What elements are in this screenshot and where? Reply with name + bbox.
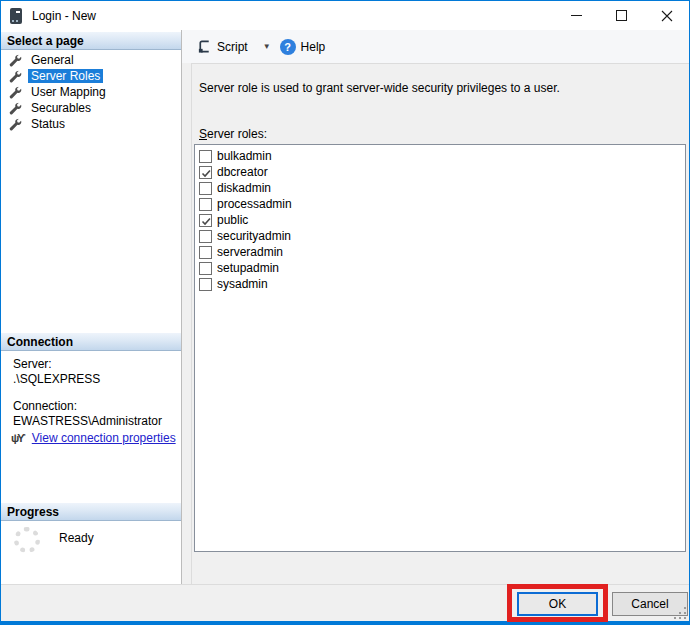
check-icon <box>200 167 213 180</box>
sidebar-item-label: Status <box>28 117 68 131</box>
role-row-setupadmin[interactable]: setupadmin <box>199 260 685 276</box>
server-roles-page: Server role is used to grant server-wide… <box>191 63 689 584</box>
connection-server: Server: .\SQLEXPRESS <box>13 357 179 386</box>
connection-value: EWASTRESS\Administrator <box>13 414 179 428</box>
help-button-label: Help <box>301 40 326 54</box>
role-label: bulkadmin <box>217 149 272 163</box>
checkbox[interactable] <box>199 150 212 163</box>
close-icon <box>661 10 673 22</box>
sidebar-item-status[interactable]: Status <box>1 116 181 132</box>
progress-header: Progress <box>1 503 181 521</box>
window-title: Login - New <box>32 9 96 23</box>
ok-button[interactable]: OK <box>517 592 598 616</box>
wrench-icon <box>9 102 22 115</box>
server-roles-label: Server roles: <box>199 127 267 141</box>
role-row-serveradmin[interactable]: serveradmin <box>199 244 685 260</box>
server-value: .\SQLEXPRESS <box>13 372 179 386</box>
toolbar: Script ▼ ? Help <box>182 30 689 63</box>
wrench-icon <box>9 86 22 99</box>
role-row-processadmin[interactable]: processadmin <box>199 196 685 212</box>
connection-account: Connection: EWASTRESS\Administrator <box>13 399 179 428</box>
check-icon <box>200 215 213 228</box>
footer-divider <box>1 584 689 585</box>
role-label: public <box>217 213 248 227</box>
role-label: securityadmin <box>217 229 291 243</box>
page-tree: General Server Roles User Mapping Secura… <box>1 52 181 132</box>
checkbox[interactable] <box>199 214 212 227</box>
wrench-icon <box>9 118 22 131</box>
help-icon: ? <box>280 39 296 55</box>
connection-properties-icon: ψϒ <box>11 432 24 444</box>
script-icon <box>197 39 212 54</box>
role-label: processadmin <box>217 197 292 211</box>
role-label: dbcreator <box>217 165 268 179</box>
title-bar: Login - New <box>1 1 689 30</box>
connection-header: Connection <box>1 333 181 351</box>
script-button-label: Script <box>217 40 248 54</box>
close-button[interactable] <box>644 1 689 30</box>
script-button[interactable]: Script <box>192 36 253 57</box>
checkbox[interactable] <box>199 262 212 275</box>
wrench-icon <box>9 70 22 83</box>
sidebar-item-label: Securables <box>28 101 94 115</box>
maximize-button[interactable] <box>599 1 644 30</box>
role-label: diskadmin <box>217 181 271 195</box>
role-row-sysadmin[interactable]: sysadmin <box>199 276 685 292</box>
view-connection-properties-link[interactable]: View connection properties <box>32 431 176 445</box>
progress-spinner-icon <box>14 527 40 553</box>
checkbox[interactable] <box>199 166 212 179</box>
progress-status: Ready <box>59 531 94 545</box>
pane-divider <box>181 30 182 584</box>
minimize-button[interactable] <box>554 1 599 30</box>
sidebar-item-server-roles[interactable]: Server Roles <box>1 68 181 84</box>
role-row-securityadmin[interactable]: securityadmin <box>199 228 685 244</box>
role-row-bulkadmin[interactable]: bulkadmin <box>199 148 685 164</box>
connection-label: Connection: <box>13 399 179 413</box>
script-dropdown-caret-icon[interactable]: ▼ <box>259 39 275 54</box>
role-label: setupadmin <box>217 261 279 275</box>
role-row-diskadmin[interactable]: diskadmin <box>199 180 685 196</box>
resize-grip[interactable] <box>672 605 686 619</box>
role-label: sysadmin <box>217 277 268 291</box>
sidebar-item-label: General <box>28 53 77 67</box>
maximize-icon <box>616 10 627 21</box>
role-row-public[interactable]: public <box>199 212 685 228</box>
login-server-icon <box>10 8 22 24</box>
server-label: Server: <box>13 357 179 371</box>
sidebar: Select a page General Server Roles User … <box>1 30 181 584</box>
connection-properties-row: ψϒ View connection properties <box>11 431 176 445</box>
wrench-icon <box>9 54 22 67</box>
help-button[interactable]: ? Help <box>275 36 331 58</box>
checkbox[interactable] <box>199 198 212 211</box>
login-new-dialog: Login - New Select a page General Server… <box>0 0 690 625</box>
page-description: Server role is used to grant server-wide… <box>199 81 560 95</box>
sidebar-item-label: Server Roles <box>28 69 103 83</box>
sidebar-item-securables[interactable]: Securables <box>1 100 181 116</box>
checkbox[interactable] <box>199 246 212 259</box>
window-controls <box>554 1 689 30</box>
checkbox[interactable] <box>199 230 212 243</box>
server-roles-listbox[interactable]: bulkadmin dbcreator diskadmin processadm… <box>194 144 686 552</box>
sidebar-item-general[interactable]: General <box>1 52 181 68</box>
minimize-icon <box>571 10 582 21</box>
checkbox[interactable] <box>199 278 212 291</box>
select-a-page-header: Select a page <box>1 32 181 50</box>
sidebar-item-user-mapping[interactable]: User Mapping <box>1 84 181 100</box>
checkbox[interactable] <box>199 182 212 195</box>
sidebar-item-label: User Mapping <box>28 85 109 99</box>
role-row-dbcreator[interactable]: dbcreator <box>199 164 685 180</box>
role-label: serveradmin <box>217 245 283 259</box>
